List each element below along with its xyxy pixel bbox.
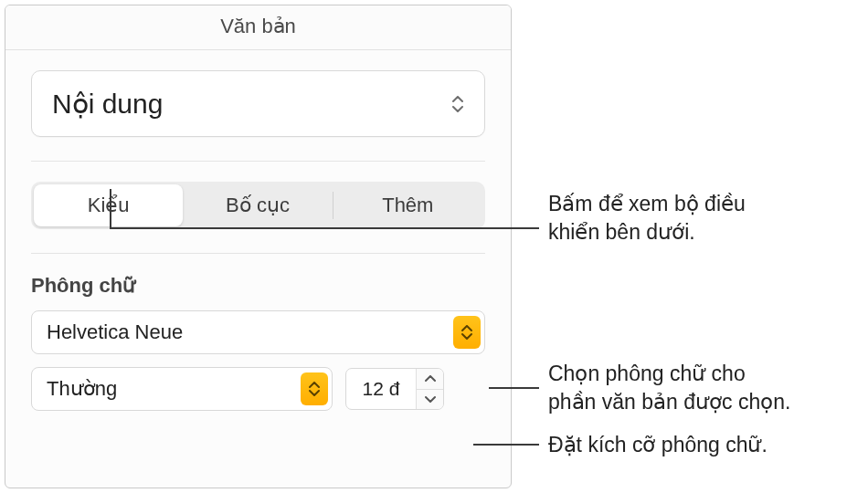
callout-font: Chọn phông chữ cho phần văn bản được chọ…	[548, 360, 790, 416]
tab-style-label: Kiểu	[88, 194, 130, 216]
paragraph-style-select[interactable]: Nội dung	[31, 70, 485, 137]
panel-body: Nội dung Kiểu Bố cục Thêm Phông chữ Helv…	[5, 50, 511, 411]
text-inspector-panel: Văn bản Nội dung Kiểu Bố cục Thêm Phông …	[5, 5, 512, 488]
font-family-value: Helvetica Neue	[47, 320, 183, 344]
font-style-popup[interactable]: Thường	[31, 367, 333, 411]
tab-style[interactable]: Kiểu	[34, 184, 183, 226]
callout-line	[110, 189, 111, 227]
tab-segmented-control: Kiểu Bố cục Thêm	[31, 182, 485, 229]
callout-size: Đặt kích cỡ phông chữ.	[548, 431, 767, 459]
font-family-popup[interactable]: Helvetica Neue	[31, 310, 485, 354]
tab-more[interactable]: Thêm	[333, 184, 482, 226]
callout-tabs-text: Bấm để xem bộ điều khiển bên dưới.	[548, 190, 746, 246]
font-size-step-up[interactable]	[417, 369, 443, 390]
callout-line	[473, 444, 539, 446]
callout-line	[110, 227, 539, 229]
chevron-updown-icon	[451, 96, 464, 112]
font-size-input[interactable]: 12 đ	[346, 369, 416, 409]
tab-layout-label: Bố cục	[226, 194, 290, 216]
tab-more-label: Thêm	[382, 194, 433, 216]
font-size-field: 12 đ	[345, 368, 444, 410]
panel-title: Văn bản	[5, 5, 511, 50]
divider	[31, 161, 485, 162]
font-row-2: Thường 12 đ	[31, 367, 485, 411]
font-size-stepper	[416, 369, 443, 409]
divider	[31, 253, 485, 254]
paragraph-style-label: Nội dung	[52, 88, 163, 120]
font-style-value: Thường	[47, 377, 117, 401]
tab-layout[interactable]: Bố cục	[183, 184, 332, 226]
callout-tabs: Bấm để xem bộ điều khiển bên dưới.	[548, 190, 746, 246]
font-section-label: Phông chữ	[31, 274, 485, 298]
popup-chevron-icon	[301, 372, 328, 405]
popup-chevron-icon	[453, 316, 481, 349]
callout-font-text: Chọn phông chữ cho phần văn bản được chọ…	[548, 360, 790, 416]
callout-size-text: Đặt kích cỡ phông chữ.	[548, 433, 767, 456]
font-size-step-down[interactable]	[417, 390, 443, 410]
callout-line	[489, 387, 539, 389]
